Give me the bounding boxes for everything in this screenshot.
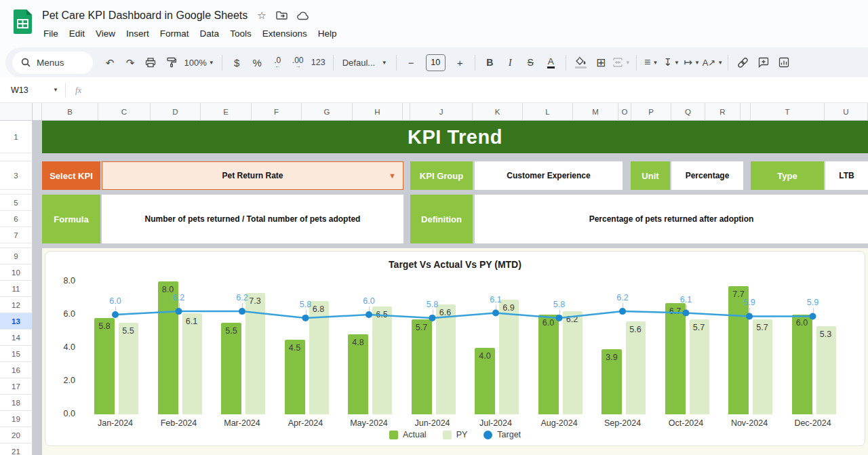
y-axis-tick: 2.0 (51, 376, 75, 385)
strikethrough-button[interactable]: S (521, 52, 540, 73)
column-header-K[interactable]: K (473, 103, 523, 121)
column-header-P[interactable]: P (631, 103, 671, 121)
insert-link-button[interactable] (733, 52, 753, 73)
column-header-R[interactable]: R (705, 103, 741, 121)
column-header-C[interactable]: C (98, 103, 151, 121)
app-header: Pet Care KPI Dashboard in Google Sheets … (0, 0, 868, 43)
target-label-leader (813, 308, 814, 313)
decrease-font-size-button[interactable]: − (401, 52, 421, 73)
row-header-18[interactable]: 18 (0, 395, 33, 411)
text-wrap-button[interactable]: ↦▼ (682, 52, 702, 73)
menu-item-view[interactable]: View (90, 27, 121, 40)
increase-decimal-button[interactable]: .00→ (288, 52, 308, 73)
x-axis-label: Jan-2024 (84, 418, 146, 428)
row-header-16[interactable]: 16 (0, 362, 33, 378)
row-header-21[interactable]: 21 (0, 443, 33, 455)
column-header-U[interactable]: U (825, 103, 868, 121)
chart-card[interactable]: Target Vs Actual Vs PY (MTD) 0.02.04.06.… (45, 251, 865, 446)
redo-button[interactable]: ↷ (121, 52, 140, 73)
menus-search-chip[interactable]: Menus (12, 52, 93, 74)
cloud-status-icon[interactable] (297, 12, 309, 20)
fx-icon: fx (75, 85, 81, 96)
sheets-logo-icon[interactable] (14, 9, 32, 37)
move-folder-icon[interactable] (276, 11, 288, 20)
bold-button[interactable]: B (480, 52, 500, 73)
select-kpi-dropdown[interactable]: Pet Return Rate ▼ (102, 161, 403, 190)
column-header-E[interactable]: E (201, 103, 252, 121)
increase-font-size-button[interactable]: + (450, 52, 470, 73)
row-header-15[interactable]: 15 (0, 346, 33, 362)
row-header-11[interactable]: 11 (0, 281, 33, 297)
borders-button[interactable]: ⊞ (591, 52, 611, 73)
row-header-17[interactable]: 17 (0, 378, 33, 395)
text-rotation-button[interactable]: A↗▼ (703, 52, 724, 73)
row-header-2[interactable] (0, 153, 33, 161)
column-header-M[interactable]: M (573, 103, 618, 121)
row-header-14[interactable]: 14 (0, 330, 33, 346)
column-header-T[interactable]: T (751, 103, 825, 121)
kpi-group-value: Customer Experience (475, 161, 623, 190)
zoom-control[interactable]: 100%▼ (182, 52, 217, 73)
name-box[interactable]: W13▼ (0, 85, 58, 95)
column-header-D[interactable]: D (151, 103, 201, 121)
target-label-leader (496, 305, 496, 311)
italic-button[interactable]: I (500, 52, 520, 73)
bar-py (816, 326, 836, 414)
insert-comment-button[interactable] (753, 52, 773, 73)
row-header-6[interactable]: 6 (0, 211, 33, 227)
column-header-Q[interactable]: Q (671, 103, 705, 121)
merge-cells-button[interactable]: ▼ (612, 52, 631, 73)
row-header-10[interactable]: 10 (0, 264, 33, 281)
vertical-align-button[interactable]: ↧▼ (662, 52, 682, 73)
insert-chart-button[interactable] (774, 52, 793, 73)
format-currency-button[interactable]: $ (227, 52, 247, 73)
column-header-B[interactable]: B (42, 103, 98, 121)
row-header-13[interactable]: 13 (0, 313, 33, 330)
print-button[interactable] (141, 52, 161, 73)
row-header-5[interactable]: 5 (0, 195, 33, 211)
format-percent-button[interactable]: % (248, 52, 267, 73)
row-header-1[interactable]: 1 (0, 121, 33, 153)
font-size-input[interactable]: 10 (426, 54, 446, 71)
star-icon[interactable]: ☆ (257, 9, 266, 22)
row-header-19[interactable]: 19 (0, 411, 33, 427)
column-header-O[interactable]: O (618, 103, 631, 121)
horizontal-align-button[interactable]: ≡▼ (642, 52, 661, 73)
select-all-corner[interactable] (0, 103, 33, 121)
formula-input[interactable] (81, 77, 868, 102)
number-format-button[interactable]: 123 (309, 52, 328, 73)
column-header-A[interactable] (33, 103, 42, 121)
row-header-20[interactable]: 20 (0, 427, 33, 443)
column-header-I[interactable] (403, 103, 410, 121)
menu-item-file[interactable]: File (38, 27, 64, 40)
text-color-button[interactable]: A (541, 52, 561, 73)
font-family-selector[interactable]: Defaul...▼ (338, 52, 391, 73)
bar-py-value: 6.1 (180, 317, 203, 326)
menu-item-extensions[interactable]: Extensions (257, 27, 313, 40)
bar-actual-value: 4.0 (473, 351, 496, 361)
column-header-F[interactable]: F (252, 103, 302, 121)
row-header-8[interactable] (0, 243, 33, 248)
menu-item-tools[interactable]: Tools (224, 27, 257, 40)
menu-item-format[interactable]: Format (155, 27, 195, 40)
kpi-group-label: KPI Group (410, 161, 473, 190)
menu-item-insert[interactable]: Insert (121, 27, 155, 40)
column-header-H[interactable]: H (353, 103, 403, 121)
menu-item-data[interactable]: Data (195, 27, 225, 40)
row-header-12[interactable]: 12 (0, 297, 33, 313)
document-title[interactable]: Pet Care KPI Dashboard in Google Sheets (42, 9, 248, 22)
column-header-L[interactable]: L (523, 103, 573, 121)
column-header-J[interactable]: J (410, 103, 473, 121)
row-header-4[interactable] (0, 190, 33, 195)
row-header-9[interactable]: 9 (0, 248, 33, 264)
undo-button[interactable]: ↶ (100, 52, 120, 73)
menu-item-edit[interactable]: Edit (64, 27, 90, 40)
menu-item-help[interactable]: Help (313, 27, 342, 40)
row-header-3[interactable]: 3 (0, 161, 33, 190)
column-header-S[interactable] (741, 103, 751, 121)
paint-format-button[interactable] (161, 52, 181, 73)
row-header-7[interactable]: 7 (0, 227, 33, 243)
fill-color-button[interactable] (571, 52, 591, 73)
column-header-G[interactable]: G (302, 103, 353, 121)
decrease-decimal-button[interactable]: .0← (268, 52, 288, 73)
